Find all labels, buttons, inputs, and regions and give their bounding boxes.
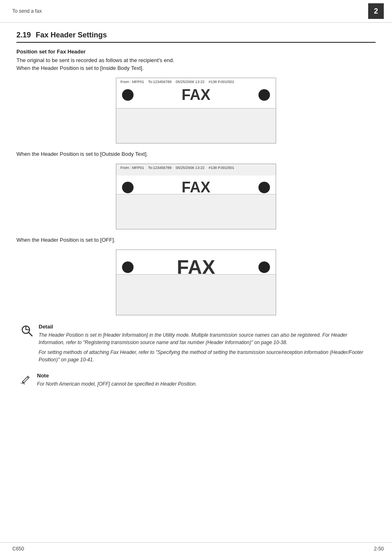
page-number-badge: 2 [368, 3, 384, 19]
detail-paragraph-1: The Header Position is set in [Header In… [39, 331, 371, 346]
header-section-label: To send a fax [12, 8, 42, 14]
between-label-2: When the Header Position is set to [OFF]… [16, 237, 376, 243]
note-content: Note For North American model, [OFF] can… [37, 372, 197, 388]
fax-text-inside: FAX [134, 86, 258, 104]
fax-circle-right-outside [258, 182, 270, 193]
footer-model: C650 [12, 546, 24, 552]
diagram-outside: From : MFP01 To:123456789 05/25/2006 13:… [116, 164, 276, 229]
page-info-label-out: #138 P.001/001 [209, 166, 234, 170]
footer-page: 2-50 [374, 546, 384, 552]
svg-line-1 [29, 333, 32, 336]
note-box: Note For North American model, [OFF] can… [16, 372, 376, 388]
page-footer: C650 2-50 [0, 542, 392, 555]
diagram-outside-wrapper: From : MFP01 To:123456789 05/25/2006 13:… [16, 164, 376, 229]
fax-circle-right-inside [258, 89, 270, 101]
note-text: For North American model, [OFF] cannot b… [37, 380, 197, 388]
note-title: Note [37, 372, 197, 379]
intro-line-2: When the Header Position is set to [Insi… [16, 65, 376, 71]
fax-circle-left-inside [122, 89, 134, 101]
date-label-out: 05/25/2006 13:22 [176, 166, 205, 170]
diagram-inside-wrapper: From : MFP01 To:123456789 05/25/2006 13:… [16, 78, 376, 143]
magnifier-icon [21, 324, 34, 366]
date-label: 05/25/2006 13:22 [176, 80, 205, 84]
fax-circle-left-outside [122, 182, 134, 193]
fax-circle-right-off [258, 261, 270, 273]
detail-box: Detail The Header Position is set in [He… [16, 324, 376, 366]
outside-doc-area: FAX [116, 176, 276, 194]
between-label-1: When the Header Position is set to [Outs… [16, 151, 376, 157]
inside-doc-area: From : MFP01 To:123456789 05/25/2006 13:… [116, 78, 276, 109]
diagram-inside: From : MFP01 To:123456789 05/25/2006 13:… [116, 78, 276, 143]
to-label: To:123456789 [148, 80, 172, 84]
fax-text-outside: FAX [134, 179, 258, 196]
section-number: 2.19 [16, 31, 31, 39]
diagram-off-wrapper: FAX [16, 250, 376, 315]
fax-circle-left-off [122, 261, 134, 273]
fax-text-off: FAX [134, 256, 258, 278]
page-info-label: #138 P.001/001 [209, 80, 234, 84]
intro-line-1: The original to be sent is recorded as f… [16, 57, 376, 63]
main-content: 2.19 Fax Header Settings Position set fo… [0, 23, 392, 400]
inside-header-info: From : MFP01 To:123456789 05/25/2006 13:… [116, 78, 276, 85]
detail-content: Detail The Header Position is set in [He… [39, 324, 371, 366]
subsection-heading: Position set for Fax Header [16, 49, 376, 55]
page-header: To send a fax 2 [0, 0, 392, 23]
detail-paragraph-2: For setting methods of attaching Fax Hea… [39, 349, 371, 363]
inside-fax-content: FAX [116, 85, 276, 107]
outside-fax-content: FAX [116, 176, 276, 199]
off-fax-content: FAX [116, 250, 276, 282]
note-pencil-icon [21, 373, 32, 388]
diagram-off: FAX [116, 250, 276, 315]
from-label: From : MFP01 [120, 80, 144, 84]
section-title: 2.19 Fax Header Settings [16, 31, 376, 43]
detail-title: Detail [39, 324, 371, 330]
from-label-out: From : MFP01 [120, 166, 144, 170]
outside-header-info: From : MFP01 To:123456789 05/25/2006 13:… [116, 164, 276, 171]
off-doc-area: FAX [116, 250, 276, 275]
section-heading: Fax Header Settings [36, 31, 107, 39]
to-label-out: To:123456789 [148, 166, 172, 170]
